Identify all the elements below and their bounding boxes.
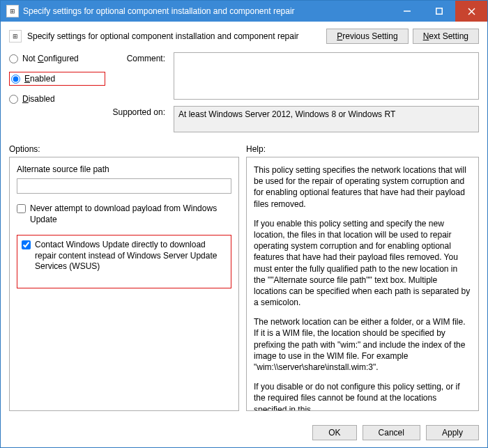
maximize-button[interactable] [423, 1, 455, 22]
help-p4: If you disable or do not configure this … [254, 381, 471, 411]
alt-path-label: Alternate source file path [17, 164, 231, 174]
app-icon: ⊞ [6, 5, 19, 17]
radio-not-configured-label: Not Configured [22, 54, 79, 63]
maximize-icon [436, 8, 443, 15]
supported-textarea: At least Windows Server 2012, Windows 8 … [174, 106, 479, 132]
supported-label: Supported on: [108, 106, 171, 134]
radio-enabled[interactable]: Enabled [11, 74, 55, 84]
options-label: Options: [9, 144, 246, 154]
comment-box [174, 52, 479, 102]
apply-button[interactable]: Apply [426, 425, 479, 440]
radio-enabled-label: Enabled [24, 74, 55, 84]
contact-wu-row[interactable]: Contact Windows Update directly to downl… [22, 240, 225, 272]
minimize-button[interactable] [391, 1, 423, 22]
settings-grid: Not Configured Enabled Disabled Comment:… [9, 52, 479, 134]
help-label: Help: [246, 144, 266, 154]
options-panel: Alternate source file path Never attempt… [9, 157, 239, 411]
header-row: ⊞ Specify settings for optional componen… [9, 29, 479, 44]
previous-setting-button[interactable]: Previous Setting [326, 29, 408, 44]
enabled-highlight: Enabled [9, 72, 105, 86]
panels-header: Options: Help: [9, 144, 479, 154]
panels: Alternate source file path Never attempt… [9, 157, 479, 411]
help-panel[interactable]: This policy setting specifies the networ… [246, 157, 479, 411]
ok-button[interactable]: OK [312, 425, 356, 440]
next-setting-button[interactable]: Next Setting [413, 29, 479, 44]
titlebar: ⊞ Specify settings for optional componen… [1, 1, 487, 22]
contact-wu-highlight: Contact Windows Update directly to downl… [17, 235, 231, 288]
cancel-button[interactable]: Cancel [363, 425, 420, 440]
radio-disabled[interactable]: Disabled [9, 94, 105, 104]
contact-wu-checkbox[interactable] [22, 240, 31, 249]
nav-buttons: Previous Setting Next Setting [326, 29, 479, 44]
never-download-label: Never attempt to download payload from W… [30, 203, 231, 225]
never-download-checkbox[interactable] [17, 204, 26, 213]
state-radios: Not Configured Enabled Disabled [9, 52, 105, 134]
svg-rect-1 [436, 8, 443, 15]
minimize-icon [404, 8, 411, 15]
supported-box: At least Windows Server 2012, Windows 8 … [174, 106, 479, 134]
close-button[interactable] [455, 1, 487, 22]
never-download-row[interactable]: Never attempt to download payload from W… [17, 203, 231, 225]
radio-disabled-label: Disabled [22, 94, 55, 104]
window-title: Specify settings for optional component … [23, 6, 391, 16]
footer: OK Cancel Apply [1, 418, 487, 447]
help-p3: The network location can be either a fol… [254, 316, 471, 373]
radio-not-configured[interactable]: Not Configured [9, 54, 105, 63]
contact-wu-label: Contact Windows Update directly to downl… [35, 240, 225, 272]
policy-heading: Specify settings for optional component … [27, 31, 326, 41]
gpo-dialog-window: ⊞ Specify settings for optional componen… [0, 0, 488, 448]
radio-not-configured-input[interactable] [9, 54, 18, 63]
close-icon [468, 8, 475, 15]
alt-path-input[interactable] [17, 178, 231, 194]
comment-label: Comment: [108, 52, 171, 102]
dialog-content: ⊞ Specify settings for optional componen… [1, 22, 487, 418]
comment-textarea[interactable] [174, 52, 479, 100]
policy-icon: ⊞ [9, 30, 22, 43]
help-p1: This policy setting specifies the networ… [254, 164, 471, 210]
radio-disabled-input[interactable] [9, 95, 18, 104]
help-p2: If you enable this policy setting and sp… [254, 218, 471, 309]
radio-enabled-input[interactable] [11, 75, 20, 84]
window-controls [391, 1, 487, 22]
